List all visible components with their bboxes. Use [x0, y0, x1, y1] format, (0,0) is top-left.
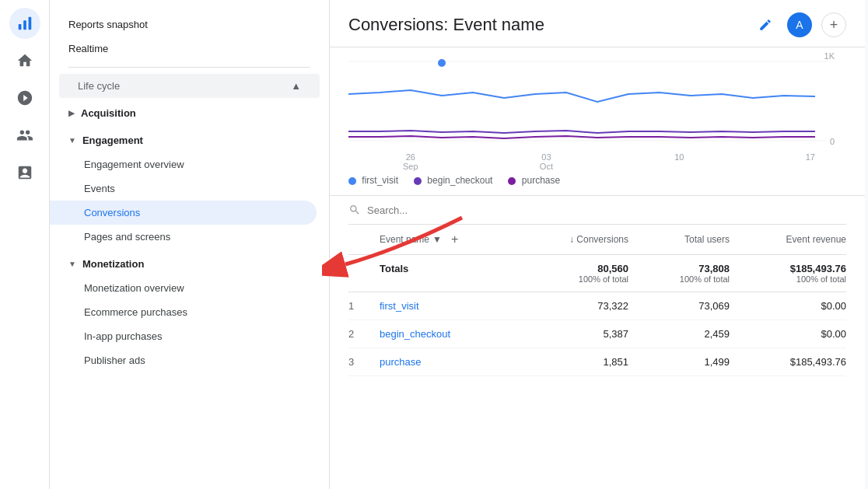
svg-rect-0 [18, 24, 21, 30]
engagement-arrow-icon: ▼ [68, 136, 76, 145]
sidebar-item-in-app[interactable]: In-app purchases [50, 324, 317, 348]
row-3-revenue: $185,493.76 [730, 356, 846, 368]
event-revenue-header-label: Event revenue [786, 234, 846, 245]
row-2-conversions: 5,387 [504, 328, 628, 340]
table-row: 3 purchase 1,851 1,499 $185,493.76 [348, 348, 846, 376]
lifecycle-header[interactable]: Life cycle ▲ [59, 74, 320, 98]
totals-users-main: 73,808 [628, 263, 730, 274]
search-icon [348, 204, 361, 216]
monetization-header[interactable]: ▼ Monetization [50, 252, 329, 276]
row-1-event-link[interactable]: first_visit [380, 300, 504, 312]
edit-button[interactable] [753, 12, 778, 37]
reports-icon[interactable] [9, 157, 40, 188]
row-3-users: 1,499 [628, 356, 730, 368]
svg-rect-2 [28, 17, 31, 30]
page-title: Conversions: Event name [348, 15, 744, 35]
realtime-icon[interactable] [9, 82, 40, 114]
event-name-header: Event name ▼ + [380, 232, 504, 246]
sidebar-item-engagement-overview[interactable]: Engagement overview [50, 152, 317, 176]
svg-rect-1 [23, 20, 26, 30]
acquisition-group: ▶ Acquisition [50, 101, 329, 125]
totals-revenue-main: $185,493.76 [730, 263, 846, 274]
total-users-header-label: Total users [684, 234, 730, 245]
legend-first-visit-label: first_visit [362, 175, 398, 186]
conversions-header: ↓ Conversions [504, 232, 628, 246]
x-label-oct03: 03Oct [540, 152, 553, 171]
engagement-label: Engagement [82, 134, 143, 146]
x-label-17: 17 [806, 152, 815, 171]
engagement-header[interactable]: ▼ Engagement [50, 128, 329, 152]
realtime-item[interactable]: Realtime [50, 37, 329, 61]
row-2-users: 2,459 [628, 328, 730, 340]
totals-users: 73,808 100% of total [628, 263, 730, 284]
totals-revenue-sub: 100% of total [730, 274, 846, 284]
event-name-dropdown-icon[interactable]: ▼ [432, 234, 442, 245]
totals-conversions-main: 80,560 [504, 263, 628, 274]
search-input[interactable] [367, 204, 523, 216]
analytics-icon[interactable] [9, 8, 40, 39]
add-column-button[interactable]: + [451, 232, 458, 246]
purchase-dot [508, 177, 516, 185]
engagement-group: ▼ Engagement Engagement overview Events … [50, 128, 329, 249]
svg-point-8 [438, 59, 446, 67]
totals-revenue: $185,493.76 100% of total [730, 263, 846, 284]
x-label-10: 10 [674, 152, 684, 171]
chart-area: 1K 0 [330, 47, 865, 196]
sidebar-item-ecommerce[interactable]: Ecommerce purchases [50, 300, 317, 324]
acquisition-header[interactable]: ▶ Acquisition [50, 101, 329, 125]
sidebar: Reports snapshot Realtime Life cycle ▲ ▶… [50, 0, 330, 489]
sidebar-item-monetization-overview[interactable]: Monetization overview [50, 276, 317, 300]
sidebar-item-events[interactable]: Events [50, 176, 317, 201]
totals-label: Totals [380, 263, 504, 284]
totals-empty-cell [348, 263, 380, 284]
row-3-conversions: 1,851 [504, 356, 628, 368]
home-icon[interactable] [9, 45, 40, 76]
svg-text:1K: 1K [824, 51, 835, 61]
acquisition-arrow-icon: ▶ [68, 109, 75, 117]
sidebar-item-pages-screens[interactable]: Pages and screens [50, 225, 317, 249]
row-1-users: 73,069 [628, 300, 730, 312]
event-name-header-label: Event name [380, 234, 429, 245]
chart-svg: 1K 0 [348, 47, 846, 156]
audience-icon[interactable] [9, 120, 40, 151]
main-content: Conversions: Event name A + 1K 0 [330, 0, 865, 489]
table-header: Event name ▼ + ↓ Conversions Total users… [348, 225, 846, 255]
row-1-revenue: $0.00 [730, 300, 846, 312]
monetization-label: Monetization [82, 258, 144, 270]
conversions-header-label: ↓ Conversions [569, 234, 628, 245]
sidebar-item-conversions[interactable]: Conversions [50, 201, 317, 225]
chart-container: 1K 0 [348, 47, 846, 172]
svg-text:0: 0 [830, 137, 835, 146]
begin-checkout-dot [414, 177, 422, 185]
main-header: Conversions: Event name A + [330, 0, 865, 47]
totals-conversions: 80,560 100% of total [504, 263, 628, 284]
add-comparison-button[interactable]: + [821, 12, 846, 37]
acquisition-label: Acquisition [81, 107, 136, 119]
sidebar-divider [68, 67, 310, 68]
reports-snapshot-item[interactable]: Reports snapshot [50, 12, 329, 37]
table-row: 2 begin_checkout 5,387 2,459 $0.00 [348, 320, 846, 348]
search-bar [348, 196, 846, 225]
totals-conversions-sub: 100% of total [504, 274, 628, 284]
event-revenue-header: Event revenue [730, 232, 846, 246]
row-1-num: 1 [348, 300, 380, 312]
icon-bar [0, 0, 50, 489]
lifecycle-collapse-icon: ▲ [291, 80, 301, 92]
legend-purchase: purchase [508, 175, 560, 186]
legend-begin-checkout-label: begin_checkout [427, 175, 492, 186]
legend-begin-checkout: begin_checkout [414, 175, 492, 186]
row-2-event-link[interactable]: begin_checkout [380, 328, 504, 340]
row-2-revenue: $0.00 [730, 328, 846, 340]
row-num-header [348, 232, 380, 246]
row-3-event-link[interactable]: purchase [380, 356, 504, 368]
avatar[interactable]: A [787, 12, 812, 37]
lifecycle-label: Life cycle [78, 80, 120, 92]
legend-purchase-label: purchase [522, 175, 560, 186]
row-2-num: 2 [348, 328, 380, 340]
sidebar-item-publisher-ads[interactable]: Publisher ads [50, 348, 317, 372]
nav-area: Reports snapshot Realtime Life cycle ▲ ▶… [50, 0, 865, 489]
monetization-group: ▼ Monetization Monetization overview Eco… [50, 252, 329, 372]
legend-first-visit: first_visit [348, 175, 398, 186]
total-users-header: Total users [628, 232, 730, 246]
row-1-conversions: 73,322 [504, 300, 628, 312]
